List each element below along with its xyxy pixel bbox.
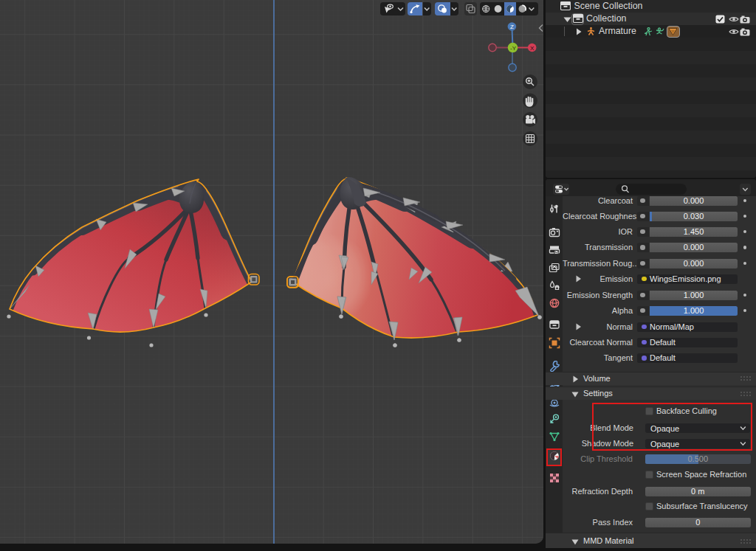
svg-text:X: X — [530, 45, 535, 52]
svg-text:Z: Z — [510, 24, 514, 30]
svg-text:-Y: -Y — [510, 45, 517, 52]
